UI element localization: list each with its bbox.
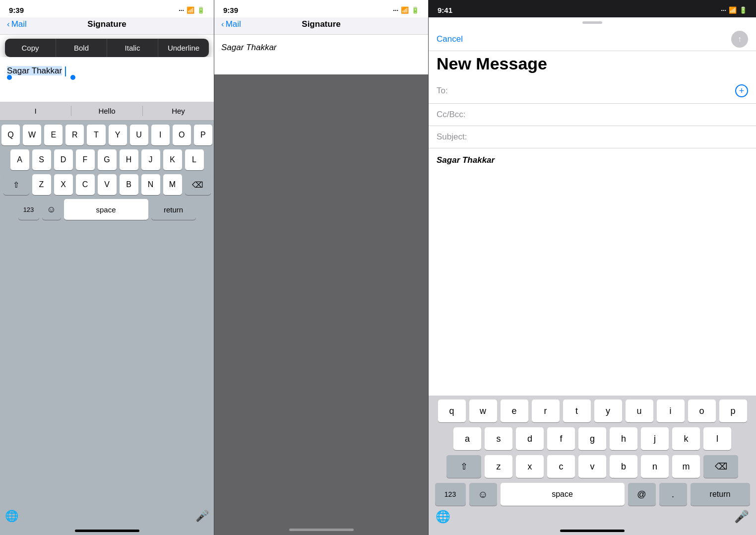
p3-key-u[interactable]: u xyxy=(626,400,653,422)
p3-key-space[interactable]: space xyxy=(501,483,625,506)
key-r[interactable]: R xyxy=(65,125,84,145)
key-c[interactable]: C xyxy=(76,174,95,195)
key-z[interactable]: Z xyxy=(32,174,51,195)
p3-key-emoji[interactable]: ☺ xyxy=(469,483,497,506)
key-l[interactable]: L xyxy=(185,149,204,170)
cc-field[interactable]: Cc/Bcc: xyxy=(429,104,756,126)
context-copy[interactable]: Copy xyxy=(5,39,56,57)
key-m[interactable]: M xyxy=(163,174,182,195)
battery-icon2: 🔋 xyxy=(411,6,419,14)
microphone-icon3[interactable]: 🎤 xyxy=(734,510,749,524)
to-field[interactable]: To: + xyxy=(429,78,756,104)
context-bold[interactable]: Bold xyxy=(56,39,107,57)
p3-key-backspace[interactable]: ⌫ xyxy=(703,455,738,478)
key-o[interactable]: O xyxy=(173,125,191,145)
signal-dots-icon2: ··· xyxy=(393,6,398,14)
p3-key-k[interactable]: k xyxy=(672,427,700,450)
p3-key-n[interactable]: n xyxy=(641,455,669,478)
p3-key-e[interactable]: e xyxy=(501,400,528,422)
key-k[interactable]: K xyxy=(163,149,182,170)
panel2-back-button[interactable]: ‹ Mail xyxy=(221,19,241,29)
p3-key-shift[interactable]: ⇧ xyxy=(446,455,481,478)
key-h[interactable]: H xyxy=(120,149,138,170)
cancel-button[interactable]: Cancel xyxy=(437,34,463,44)
key-a[interactable]: A xyxy=(10,149,29,170)
key-e[interactable]: E xyxy=(44,125,63,145)
key-shift[interactable]: ⇧ xyxy=(3,174,29,195)
key-p[interactable]: P xyxy=(194,125,212,145)
microphone-icon[interactable]: 🎤 xyxy=(195,510,209,523)
key-s[interactable]: S xyxy=(32,149,51,170)
p3-key-r[interactable]: r xyxy=(532,400,560,422)
add-recipient-button[interactable]: + xyxy=(735,84,748,97)
cursor-handle xyxy=(65,67,66,76)
panel1-signature-text[interactable]: Sagar Thakkar xyxy=(7,66,62,75)
panel1-back-button[interactable]: ‹ Mail xyxy=(7,19,27,29)
key-n[interactable]: N xyxy=(141,174,160,195)
key-d[interactable]: D xyxy=(54,149,73,170)
home-indicator1 xyxy=(75,530,139,532)
p3-key-period[interactable]: . xyxy=(659,483,687,506)
key-g[interactable]: G xyxy=(98,149,117,170)
p3-key-c[interactable]: c xyxy=(547,455,575,478)
p3-key-g[interactable]: g xyxy=(578,427,606,450)
key-i[interactable]: I xyxy=(151,125,170,145)
context-underline[interactable]: Underline xyxy=(158,39,209,57)
key-space[interactable]: space xyxy=(64,199,148,220)
p3-key-d[interactable]: d xyxy=(516,427,544,450)
p3-key-s[interactable]: s xyxy=(485,427,512,450)
subject-label: Subject: xyxy=(437,132,467,142)
suggestion-hey[interactable]: Hey xyxy=(143,106,214,116)
signal-dots-icon3: ··· xyxy=(721,6,726,14)
suggestion-i[interactable]: I xyxy=(0,106,71,116)
p3-key-at[interactable]: @ xyxy=(628,483,656,506)
key-x[interactable]: X xyxy=(54,174,73,195)
send-button[interactable]: ↑ xyxy=(731,31,748,48)
p3-key-p[interactable]: p xyxy=(719,400,747,422)
key-b[interactable]: B xyxy=(120,174,138,195)
p3-key-123[interactable]: 123 xyxy=(435,483,466,506)
p3-key-t[interactable]: t xyxy=(563,400,591,422)
key-f[interactable]: F xyxy=(76,149,95,170)
p3-key-m[interactable]: m xyxy=(672,455,700,478)
panel1-signature-area[interactable]: Sagar Thakkar xyxy=(0,57,214,102)
key-t[interactable]: T xyxy=(87,125,105,145)
p3-key-f[interactable]: f xyxy=(547,427,575,450)
key-v[interactable]: V xyxy=(98,174,117,195)
key-w[interactable]: W xyxy=(23,125,41,145)
key-123[interactable]: 123 xyxy=(18,199,39,220)
p3-key-h[interactable]: h xyxy=(610,427,637,450)
p3-key-o[interactable]: o xyxy=(688,400,716,422)
p3-key-return[interactable]: return xyxy=(691,483,750,506)
context-italic[interactable]: Italic xyxy=(107,39,158,57)
p3-key-v[interactable]: v xyxy=(578,455,606,478)
p3-key-z[interactable]: z xyxy=(485,455,512,478)
suggestion-hello[interactable]: Hello xyxy=(71,106,143,116)
key-backspace[interactable]: ⌫ xyxy=(185,174,211,195)
globe-icon[interactable]: 🌐 xyxy=(5,510,18,523)
p3-key-a[interactable]: a xyxy=(453,427,481,450)
p3-key-y[interactable]: y xyxy=(594,400,622,422)
key-return[interactable]: return xyxy=(151,199,196,220)
p3-key-l[interactable]: l xyxy=(703,427,731,450)
p3-key-j[interactable]: j xyxy=(641,427,669,450)
key-q[interactable]: Q xyxy=(1,125,20,145)
globe-icon3[interactable]: 🌐 xyxy=(436,510,450,524)
p3-key-w[interactable]: w xyxy=(469,400,497,422)
p3-key-i[interactable]: i xyxy=(657,400,685,422)
plus-icon: + xyxy=(739,86,745,96)
key-emoji[interactable]: ☺ xyxy=(42,199,61,220)
p3-home-indicator xyxy=(560,530,625,532)
panel2-home-indicator xyxy=(289,529,354,531)
p3-key-q[interactable]: q xyxy=(438,400,466,422)
wifi-icon: 📶 xyxy=(187,6,194,14)
key-u[interactable]: U xyxy=(130,125,148,145)
key-j[interactable]: J xyxy=(141,149,160,170)
subject-field[interactable]: Subject: xyxy=(429,126,756,148)
key-y[interactable]: Y xyxy=(109,125,127,145)
p3-key-b[interactable]: b xyxy=(610,455,637,478)
panel2-nav-bar: ‹ Mail Signature xyxy=(214,17,428,35)
panel2-back-label: Mail xyxy=(226,19,241,29)
p3-key-x[interactable]: x xyxy=(516,455,544,478)
compose-body[interactable]: Sagar Thakkar xyxy=(429,148,756,396)
